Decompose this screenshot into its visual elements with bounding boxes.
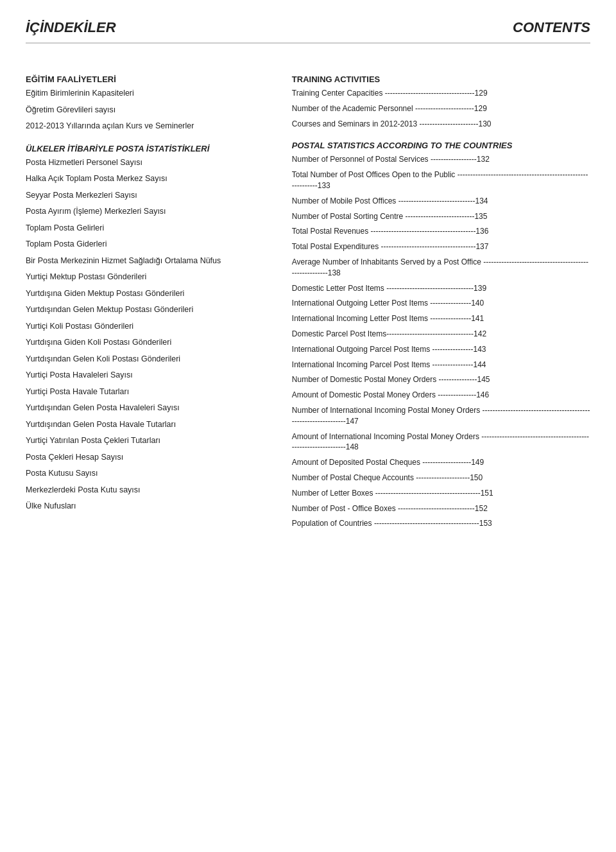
list-item: Yurtiçi Koli Postası Gönderileri: [26, 321, 273, 333]
list-item: Training Center Capacities -------------…: [292, 88, 590, 99]
list-item: Bir Posta Merkezinin Hizmet Sağladığı Or…: [26, 256, 273, 267]
list-item: International Incoming Letter Post Items…: [292, 313, 590, 324]
list-item: Number of the Academic Personnel -------…: [292, 103, 590, 114]
page-header: İÇİNDEKİLER CONTENTS: [26, 19, 590, 44]
egitim-heading: EĞİTİM FAALİYETLERİ: [26, 74, 273, 84]
main-content: EĞİTİM FAALİYETLERİ Eğitim Birimlerinin …: [26, 63, 590, 534]
list-item: Number of Domestic Postal Money Orders -…: [292, 374, 590, 385]
postal-heading-right-text: POSTAL STATISTICS ACCORDING TO THE COUNT…: [292, 141, 590, 150]
list-item: Number of Personnel of Postal Services -…: [292, 154, 590, 165]
list-item: Toplam Posta Gelirleri: [26, 223, 273, 234]
list-item: Total Postal Revenues ------------------…: [292, 226, 590, 237]
list-item: Halka Açık Toplam Posta Merkez Sayısı: [26, 173, 273, 185]
list-item: Yurtiçi Posta Havaleleri Sayısı: [26, 370, 273, 381]
list-item: Eğitim Birimlerinin Kapasiteleri: [26, 88, 273, 100]
list-item: Yurtdışına Giden Koli Postası Gönderiler…: [26, 337, 273, 349]
list-item: Amount of International Incoming Postal …: [292, 431, 590, 453]
left-title: İÇİNDEKİLER: [26, 19, 116, 36]
list-item: Seyyar Posta Merkezleri Sayısı: [26, 190, 273, 202]
training-heading: TRAINING ACTIVITIES: [292, 74, 590, 84]
list-item: Öğretim Görevlileri sayısı: [26, 105, 273, 116]
list-item: Number of International Incoming Postal …: [292, 405, 590, 427]
list-item: Posta Ayırım (İşleme) Merkezleri Sayısı: [26, 206, 273, 218]
list-item: Yurtdışından Gelen Mektup Postası Gönder…: [26, 304, 273, 316]
left-column: EĞİTİM FAALİYETLERİ Eğitim Birimlerinin …: [26, 63, 286, 534]
list-item: Population of Countries ----------------…: [292, 518, 590, 529]
list-item: Courses and Seminars in 2012-2013 ------…: [292, 119, 590, 130]
list-item: Merkezlerdeki Posta Kutu sayısı: [26, 485, 273, 496]
list-item: Ülke Nufusları: [26, 501, 273, 512]
left-postal-list: Posta Hizmetleri Personel SayısıHalka Aç…: [26, 157, 273, 512]
list-item: International Outgoing Parcel Post Items…: [292, 344, 590, 355]
right-postal-list: Number of Personnel of Postal Services -…: [292, 154, 590, 529]
list-item: International Outgoing Letter Post Items…: [292, 298, 590, 309]
contents-title: CONTENTS: [513, 19, 590, 36]
right-title: CONTENTS: [513, 19, 590, 36]
list-item: Amount of Domestic Postal Money Orders -…: [292, 390, 590, 401]
list-item: Yurtdışına Giden Mektup Postası Gönderil…: [26, 288, 273, 300]
postal-heading-right: POSTAL STATISTICS ACCORDING TO THE COUNT…: [292, 141, 590, 150]
right-column: TRAINING ACTIVITIES Training Center Capa…: [286, 63, 590, 534]
list-item: International Incoming Parcel Post Items…: [292, 360, 590, 370]
list-item: Number of Post - Office Boxes ----------…: [292, 503, 590, 514]
list-item: Yurtiçi Mektup Postası Gönderileri: [26, 272, 273, 283]
list-item: Domestic Letter Post Items -------------…: [292, 283, 590, 294]
list-item: Yurtdışından Gelen Koli Postası Gönderil…: [26, 354, 273, 365]
icindekiler-title: İÇİNDEKİLER: [26, 19, 116, 36]
list-item: Average Number of Inhabitants Served by …: [292, 257, 590, 279]
list-item: Total Number of Post Offices Open to the…: [292, 170, 590, 191]
list-item: Amount of Deposited Postal Cheques -----…: [292, 457, 590, 468]
list-item: Number of Mobile Post Offices ----------…: [292, 196, 590, 207]
list-item: Number of Letter Boxes -----------------…: [292, 488, 590, 499]
list-item: Yurtdışından Gelen Posta Havaleleri Sayı…: [26, 403, 273, 414]
list-item: Posta Çekleri Hesap Sayısı: [26, 452, 273, 464]
postal-heading-left: ÜLKELER İTİBARİYLE POSTA İSTATİSTİKLERİ: [26, 144, 273, 153]
list-item: 2012-2013 Yıllarında açılan Kurs ve Semi…: [26, 121, 273, 132]
postal-heading-left-text: ÜLKELER İTİBARİYLE POSTA İSTATİSTİKLERİ: [26, 144, 273, 153]
list-item: Yurtiçi Posta Havale Tutarları: [26, 387, 273, 398]
list-item: Yurtiçi Yatırılan Posta Çekleri Tutarlar…: [26, 435, 273, 447]
list-item: Domestic Parcel Post Items--------------…: [292, 329, 590, 340]
list-item: Posta Hizmetleri Personel Sayısı: [26, 157, 273, 169]
list-item: Number of Postal Sorting Centre --------…: [292, 211, 590, 222]
list-item: Posta Kutusu Sayısı: [26, 468, 273, 480]
list-item: Number of Postal Cheque Accounts -------…: [292, 473, 590, 483]
list-item: Yurtdışından Gelen Posta Havale Tutarlar…: [26, 419, 273, 431]
list-item: Total Postal Expenditures --------------…: [292, 241, 590, 252]
list-item: Toplam Posta Giderleri: [26, 239, 273, 250]
